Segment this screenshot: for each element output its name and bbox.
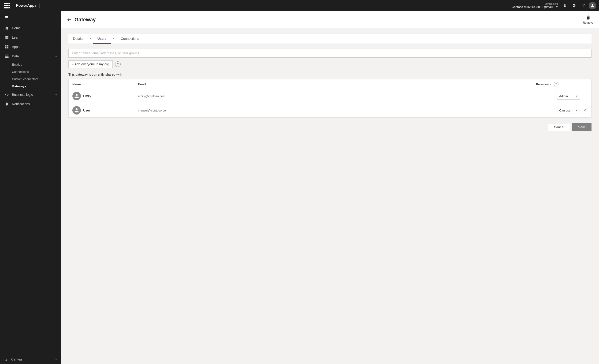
sidebar-business-logic-label: Business logic [12,93,33,97]
user-search-input[interactable] [68,49,591,58]
tab-dot-2 [113,38,114,39]
emily-email: emily@contoso.com [138,94,536,98]
svg-rect-1 [7,45,9,46]
sidebar-connections-label: Connections [12,70,29,73]
sidebar-apps-label: Apps [12,45,19,49]
tab-details[interactable]: Details [68,34,88,44]
env-chevron-icon: ▾ [556,5,558,9]
sidebar-item-entities[interactable]: Entities [0,61,61,68]
back-button[interactable] [67,17,72,22]
emily-dropdown-chevron: ▾ [576,95,577,98]
content-area: Details Users Connections + Add everyone… [61,28,599,364]
permission-help-button[interactable]: ? [554,82,558,86]
user-permission-dropdown[interactable]: Can use ▾ [557,107,580,114]
sidebar-item-notifications[interactable]: Notifications [0,99,61,109]
page-title: Gateway [74,17,580,23]
user-avatar[interactable] [589,2,596,9]
sidebar-custom-connectors-label: Custom connectors [12,77,38,81]
table-row: User myuser@contoso.com Can use ▾ ✕ [69,103,591,117]
sidebar-bottom-canvas[interactable]: ℹ Canvas ∨ [0,355,61,364]
environment-value[interactable]: Contoso M365x933833 (defau... ▾ [512,5,558,9]
footer-buttons: Cancel Save [68,123,591,131]
sidebar-item-business-logic[interactable]: Business logic ∨ [0,90,61,99]
shared-with-label: This gateway is currently shared with [68,73,591,76]
settings-button[interactable]: ⚙ [570,1,578,10]
user-avatar-cell [72,106,81,115]
cancel-button[interactable]: Cancel [548,123,570,131]
user-remove-button[interactable]: ✕ [582,107,588,113]
notifications-icon [4,102,9,106]
sidebar-notifications-label: Notifications [12,102,30,106]
col-header-email: Email [138,82,536,86]
sidebar-gateways-label: Gateways [12,85,26,88]
sidebar-learn-label: Learn [12,36,20,39]
emily-permission-cell: Admin ▾ ✕ [536,93,588,99]
user-dropdown-chevron: ▾ [576,109,577,112]
add-everyone-label: + Add everyone in my org [72,62,109,66]
download-button[interactable]: ⬇ [561,1,569,10]
svg-rect-5 [5,56,9,57]
add-everyone-button[interactable]: + Add everyone in my org [68,61,113,68]
canvas-chevron-icon: ∨ [55,358,57,361]
user-permission-value: Can use [559,109,570,112]
user-email: myuser@contoso.com [138,109,536,112]
col-header-permission: Permission ? [536,82,588,86]
sidebar-item-data[interactable]: Data ∧ [0,52,61,61]
sidebar-item-home[interactable]: Home [0,23,61,33]
tabs: Details Users Connections [68,34,591,44]
sidebar-item-apps[interactable]: Apps [0,42,61,52]
data-chevron-icon: ∧ [55,54,57,58]
emily-permission-dropdown[interactable]: Admin ▾ [557,93,580,99]
topbar-actions: ⬇ ⚙ ? [561,1,596,10]
user-cell-emily: Emily [72,92,138,100]
users-table: Name Email Permission ? Emily e [68,79,591,118]
sidebar-item-custom-connectors[interactable]: Custom connectors [0,75,61,83]
waffle-menu-button[interactable] [3,1,11,10]
tab-dot-1 [90,38,91,39]
svg-rect-6 [5,57,9,58]
environment-selector[interactable]: Environment Contoso M365x933833 (defau..… [512,3,558,9]
help-icon: ? [117,62,119,66]
sidebar-item-connections[interactable]: Connections [0,68,61,75]
sidebar-item-learn[interactable]: Learn [0,33,61,42]
emily-name: Emily [83,94,91,98]
main-layout: ☰ Home Learn Apps Data ∧ [0,11,599,364]
sidebar-bottom: ℹ Canvas ∨ [0,355,61,364]
trash-icon [586,15,591,20]
svg-rect-3 [7,47,9,48]
sidebar-entities-label: Entities [12,63,22,66]
data-icon [4,54,9,59]
sidebar-item-gateways[interactable]: Gateways [0,83,61,90]
save-button[interactable]: Save [572,123,591,131]
topbar: PowerApps Environment Contoso M365x93383… [0,0,599,11]
user-permission-cell: Can use ▾ ✕ [536,107,588,114]
page-header: Gateway Remove [61,11,599,28]
emily-permission-value: Admin [559,94,568,98]
waffle-icon [4,3,10,9]
apps-icon [4,44,9,49]
table-header: Name Email Permission ? [69,80,591,89]
environment-label: Environment [545,3,558,5]
user-name: User [83,108,90,112]
sidebar-home-label: Home [12,26,21,30]
add-everyone-help-button[interactable]: ? [115,61,121,67]
tab-connections[interactable]: Connections [116,34,144,44]
learn-icon [4,35,9,40]
help-button[interactable]: ? [579,1,588,10]
sidebar: ☰ Home Learn Apps Data ∧ [0,11,61,364]
sidebar-toggle-button[interactable]: ☰ [2,13,11,22]
sidebar-canvas-label: Canvas [11,357,22,361]
business-logic-chevron-icon: ∨ [55,93,57,96]
svg-rect-4 [5,54,9,55]
user-cell-user: User [72,106,138,115]
remove-button[interactable]: Remove [583,15,593,24]
brand-name: PowerApps [13,3,40,8]
sidebar-data-label: Data [12,54,19,58]
svg-rect-0 [5,45,6,46]
emily-avatar [72,92,81,100]
tab-users[interactable]: Users [93,34,111,44]
home-icon [4,26,9,30]
add-everyone-row: + Add everyone in my org ? [68,61,591,68]
col-header-name: Name [72,82,138,86]
table-row: Emily emily@contoso.com Admin ▾ ✕ [69,89,591,103]
